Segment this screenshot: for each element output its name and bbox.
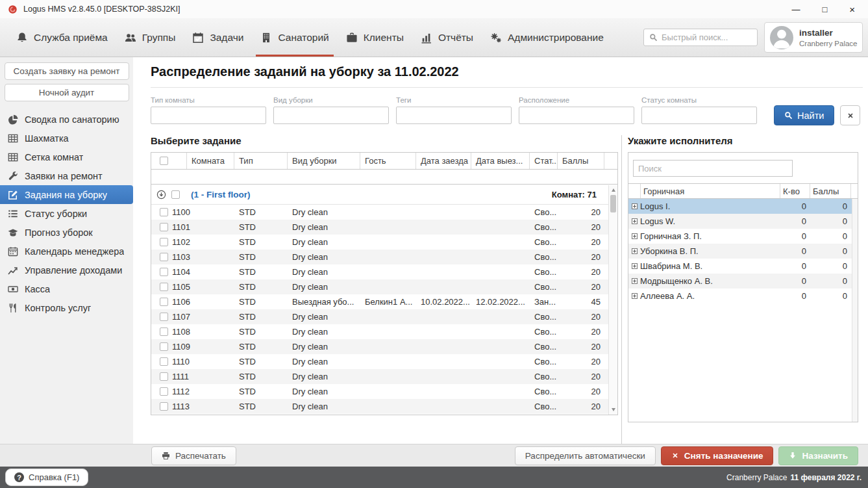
executor-row-1[interactable]: Logus W. 0 0 (628, 214, 858, 229)
task-row-8[interactable]: 1108 STD Dry clean Сво... 20 (151, 324, 617, 339)
row-checkbox[interactable] (160, 208, 168, 216)
executors-scrollbar[interactable] (852, 199, 858, 422)
task-row-1[interactable]: 1101 STD Dry clean Сво... 20 (151, 220, 617, 235)
maximize-button[interactable]: □ (822, 5, 827, 14)
assign-button[interactable]: Назначить (778, 446, 858, 465)
expand-icon[interactable] (632, 248, 638, 254)
scroll-up-icon[interactable] (612, 188, 615, 192)
row-checkbox[interactable] (160, 402, 168, 411)
task-row-3[interactable]: 1103 STD Dry clean Сво... 20 (151, 250, 617, 264)
column-header[interactable]: Дата заезда (416, 153, 471, 169)
quick-search-input[interactable] (662, 32, 752, 42)
close-button[interactable]: × (849, 5, 855, 14)
minimize-button[interactable]: — (791, 5, 800, 14)
column-header[interactable]: Горничная (641, 184, 780, 198)
column-header[interactable]: К-во (780, 184, 810, 198)
column-header[interactable]: Дата выез... (471, 153, 530, 169)
sidebar-item-service-control[interactable]: Контроль услуг (0, 298, 133, 317)
task-row-9[interactable]: 1109 STD Dry clean Сво... 20 (151, 339, 617, 354)
task-row-6[interactable]: 1106 STD Выездная убо... Белкин1 А... 10… (151, 294, 617, 309)
nav-tab-tasks[interactable]: Задачи (184, 18, 252, 57)
select-all-checkbox[interactable] (160, 157, 168, 165)
group-checkbox[interactable] (171, 190, 180, 199)
filter-input[interactable] (519, 107, 634, 124)
nav-tab-reports[interactable]: Отчёты (412, 18, 482, 57)
task-row-13[interactable]: 1113 STD Dry clean Сво... 20 (151, 399, 617, 414)
column-header[interactable]: Баллы (558, 153, 604, 169)
sidebar-item-cleaning-status[interactable]: Статус уборки (0, 204, 133, 223)
executor-row-2[interactable]: Горничная З. П. 0 0 (628, 229, 858, 244)
column-header[interactable]: Стат... (530, 153, 558, 169)
sidebar-item-cleaning-forecast[interactable]: Прогноз уборок (0, 223, 133, 242)
row-checkbox[interactable] (160, 387, 168, 396)
task-row-12[interactable]: 1112 STD Dry clean Сво... 20 (151, 384, 617, 399)
nav-tab-sanatorium[interactable]: Санаторий (252, 18, 337, 57)
filter-input[interactable] (273, 107, 389, 124)
sidebar-item-manager-calendar[interactable]: Календарь менеджера (0, 242, 133, 261)
filter-input[interactable] (641, 107, 757, 124)
task-row-7[interactable]: 1107 STD Dry clean Сво... 20 (151, 309, 617, 324)
task-row-4[interactable]: 1104 STD Dry clean Сво... 20 (151, 264, 617, 279)
row-checkbox[interactable] (160, 372, 168, 381)
sidebar-item-chessboard[interactable]: Шахматка (0, 129, 133, 148)
sidebar-item-cash-desk[interactable]: Касса (0, 279, 133, 298)
filter-input[interactable] (151, 107, 266, 124)
row-checkbox[interactable] (160, 342, 168, 351)
sidebar-item-repair-requests[interactable]: Заявки на ремонт (0, 166, 133, 185)
column-header[interactable]: Комната (187, 153, 234, 169)
executor-row-4[interactable]: Швабрина М. В. 0 0 (628, 259, 858, 274)
group-row[interactable]: (1 - First floor) Комнат: 71 (151, 185, 617, 205)
sidebar-item-revenue-management[interactable]: Управление доходами (0, 261, 133, 279)
row-checkbox[interactable] (160, 357, 168, 366)
row-checkbox[interactable] (160, 327, 168, 336)
expand-icon[interactable] (632, 263, 638, 269)
row-checkbox[interactable] (160, 313, 168, 321)
user-card[interactable]: installer Cranberry Palace (764, 22, 863, 53)
task-row-11[interactable]: 1111 STD Dry clean Сво... 20 (151, 369, 617, 384)
scroll-down-icon[interactable] (612, 408, 615, 411)
filter-input[interactable] (396, 107, 512, 124)
collapse-group-icon[interactable] (156, 190, 166, 199)
executor-row-3[interactable]: Уборкина В. П. 0 0 (628, 244, 858, 259)
expand-icon[interactable] (632, 203, 638, 209)
row-checkbox[interactable] (160, 238, 168, 246)
row-checkbox[interactable] (160, 253, 168, 261)
nav-tab-admin[interactable]: Администрирование (482, 18, 612, 57)
sidebar-item-room-grid[interactable]: Сетка комнат (0, 148, 133, 166)
tasks-scrollbar[interactable] (608, 185, 617, 415)
task-row-0[interactable]: 1100 STD Dry clean Сво... 20 (151, 205, 617, 220)
executor-row-0[interactable]: Logus I. 0 0 (628, 199, 858, 214)
find-button[interactable]: Найти (774, 105, 834, 125)
column-header[interactable]: Вид уборки (288, 153, 360, 169)
row-checkbox[interactable] (160, 268, 168, 276)
scrollbar-thumb[interactable] (610, 195, 616, 212)
nav-tab-reception[interactable]: Служба приёма (8, 18, 116, 57)
help-button[interactable]: Справка (F1) (5, 469, 88, 486)
distribute-auto-button[interactable]: Распределить автоматически (515, 446, 656, 465)
print-button[interactable]: Распечатать (151, 446, 236, 465)
row-checkbox[interactable] (160, 223, 168, 231)
row-checkbox[interactable] (160, 283, 168, 291)
executor-row-6[interactable]: Аллеева А. А. 0 0 (628, 289, 858, 303)
unassign-button[interactable]: Снять назначение (661, 446, 774, 465)
task-row-5[interactable]: 1105 STD Dry clean Сво... 20 (151, 279, 617, 294)
clear-filters-button[interactable] (840, 105, 860, 125)
nav-tab-groups[interactable]: Группы (116, 18, 184, 57)
expand-icon[interactable] (632, 233, 638, 239)
expand-icon[interactable] (632, 218, 638, 224)
sidebar-button-create-repair-request[interactable]: Создать заявку на ремонт (5, 62, 129, 80)
expand-icon[interactable] (632, 293, 638, 299)
task-row-2[interactable]: 1102 STD Dry clean Сво... 20 (151, 235, 617, 250)
column-header[interactable]: Баллы (810, 184, 851, 198)
executors-search-input[interactable] (633, 160, 793, 177)
nav-tab-clients[interactable]: Клиенты (338, 18, 412, 57)
row-checkbox[interactable] (160, 298, 168, 306)
sidebar-item-resort-summary[interactable]: Сводка по санаторию (0, 110, 133, 129)
task-row-10[interactable]: 1110 STD Dry clean Сво... 20 (151, 354, 617, 369)
column-header[interactable]: Гость (360, 153, 416, 169)
column-header[interactable]: Тип (234, 153, 288, 169)
sidebar-item-cleaning-tasks[interactable]: Задания на уборку (0, 185, 133, 204)
executor-row-5[interactable]: Модрыщенко А. В. 0 0 (628, 274, 858, 289)
sidebar-button-night-audit[interactable]: Ночной аудит (5, 84, 129, 101)
expand-icon[interactable] (632, 278, 638, 284)
